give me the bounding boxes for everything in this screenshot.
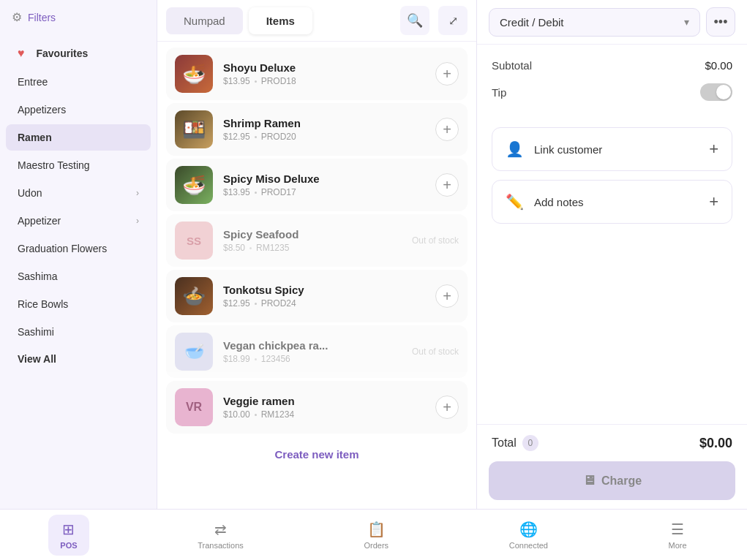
create-new-button[interactable]: Create new item — [166, 436, 468, 472]
chevron-right-icon: › — [136, 216, 139, 226]
out-of-stock-badge: Out of stock — [412, 347, 459, 357]
tip-toggle-knob — [716, 85, 731, 99]
item-vegan-chickpea[interactable]: 🥣 Vegan chickpea ra... $18.99 123456 Out… — [166, 325, 468, 378]
filter-icon: ⚙ — [12, 10, 22, 24]
sidebar-item-ramen[interactable]: Ramen — [6, 124, 151, 151]
item-spicy-seafood[interactable]: SS Spicy Seafood $8.50 RM1235 Out of sto… — [166, 214, 468, 267]
item-thumbnail: VR — [175, 388, 213, 426]
item-info: Tonkotsu Spicy $12.95 PROD24 — [223, 284, 425, 309]
item-shoyu-deluxe[interactable]: 🍜 Shoyu Deluxe $13.95 PROD18 + — [166, 48, 468, 100]
bottom-nav: ⊞ POS ⇄ Transactions 📋 Orders 🌐 Connecte… — [0, 509, 747, 560]
add-notes-card[interactable]: ✏️ Add notes + — [492, 180, 732, 224]
item-spicy-miso-deluxe[interactable]: 🍜 Spicy Miso Deluxe $13.95 PROD17 + — [166, 159, 468, 211]
total-row: Total 0 $0.00 — [477, 424, 747, 461]
item-info: Spicy Seafood $8.50 RM1235 — [223, 228, 402, 253]
payment-method-dropdown[interactable]: Credit / Debit ▾ — [489, 8, 700, 37]
numpad-tab[interactable]: Numpad — [166, 7, 243, 34]
sidebar-item-favourites[interactable]: ♥ Favourites — [6, 39, 151, 67]
order-summary: Subtotal $0.00 Tip — [477, 45, 747, 127]
tip-toggle[interactable] — [700, 83, 732, 101]
item-thumbnail: 🍜 — [175, 166, 213, 204]
items-header: Numpad Items 🔍 ⤢ — [157, 0, 476, 42]
item-info: Spicy Miso Deluxe $13.95 PROD17 — [223, 173, 425, 197]
sidebar-item-rice-bowls[interactable]: Rice Bowls — [6, 291, 151, 317]
out-of-stock-badge: Out of stock — [412, 235, 459, 246]
payment-header: Credit / Debit ▾ ••• — [477, 0, 747, 45]
nav-item-connected[interactable]: 🌐 Connected — [498, 515, 560, 556]
nav-item-transactions[interactable]: ⇄ Transactions — [186, 515, 255, 556]
charge-button[interactable]: 🖥 Charge — [489, 461, 735, 500]
item-thumbnail: 🍱 — [175, 110, 213, 148]
items-panel: Numpad Items 🔍 ⤢ 🍜 Shoyu Deluxe $13.95 P… — [157, 0, 476, 509]
chevron-right-icon: › — [136, 188, 139, 198]
item-info: Vegan chickpea ra... $18.99 123456 — [223, 339, 402, 364]
add-item-button[interactable]: + — [435, 284, 459, 308]
sidebar-item-sashima[interactable]: Sashima — [6, 263, 151, 290]
add-item-button[interactable]: + — [435, 396, 459, 419]
orders-icon: 📋 — [367, 521, 386, 538]
filters-button[interactable]: Filters — [28, 12, 56, 23]
sidebar-item-udon[interactable]: Udon › — [6, 180, 151, 206]
items-list: 🍜 Shoyu Deluxe $13.95 PROD18 + 🍱 Shrimp … — [157, 42, 476, 509]
item-tonkotsu-spicy[interactable]: 🍲 Tonkotsu Spicy $12.95 PROD24 + — [166, 270, 468, 322]
item-thumbnail: 🍲 — [175, 277, 213, 315]
link-customer-card[interactable]: 👤 Link customer + — [492, 127, 732, 171]
expand-button[interactable]: ⤢ — [438, 6, 468, 35]
add-customer-icon: + — [709, 140, 718, 159]
add-item-button[interactable]: + — [435, 118, 459, 141]
search-button[interactable]: 🔍 — [400, 6, 429, 35]
charge-icon: 🖥 — [582, 473, 596, 488]
nav-item-more[interactable]: ☰ More — [657, 515, 699, 556]
search-icon: 🔍 — [407, 12, 423, 29]
heart-icon: ♥ — [18, 47, 25, 60]
sidebar: ⚙ Filters ♥ Favourites Entree Appetizers… — [0, 0, 157, 509]
more-options-button[interactable]: ••• — [706, 7, 735, 37]
item-thumbnail: SS — [175, 222, 213, 260]
sidebar-item-entree[interactable]: Entree — [6, 69, 151, 95]
sidebar-item-maestro-testing[interactable]: Maestro Testing — [6, 152, 151, 178]
nav-item-orders[interactable]: 📋 Orders — [352, 515, 400, 556]
connected-icon: 🌐 — [519, 521, 538, 538]
item-info: Shrimp Ramen $12.95 PROD20 — [223, 117, 425, 142]
sidebar-item-graduation-flowers[interactable]: Graduation Flowers — [6, 235, 151, 262]
sidebar-item-appetizers[interactable]: Appetizers — [6, 97, 151, 123]
add-notes-icon: + — [709, 192, 718, 211]
add-item-button[interactable]: + — [435, 62, 459, 86]
right-panel: Credit / Debit ▾ ••• Subtotal $0.00 Tip … — [476, 0, 747, 509]
add-item-button[interactable]: + — [435, 173, 459, 197]
items-tab[interactable]: Items — [249, 7, 312, 34]
more-icon: ☰ — [671, 521, 684, 538]
more-dots-icon: ••• — [714, 15, 728, 30]
pos-icon: ⊞ — [62, 521, 75, 538]
subtotal-row: Subtotal $0.00 — [492, 59, 732, 72]
chevron-down-icon: ▾ — [684, 16, 689, 28]
tip-row: Tip — [492, 83, 732, 101]
item-thumbnail: 🥣 — [175, 333, 213, 371]
person-icon: 👤 — [506, 140, 524, 158]
sidebar-item-sashimi[interactable]: Sashimi — [6, 319, 151, 345]
nav-item-pos[interactable]: ⊞ POS — [48, 515, 89, 556]
item-shrimp-ramen[interactable]: 🍱 Shrimp Ramen $12.95 PROD20 + — [166, 103, 468, 156]
transactions-icon: ⇄ — [214, 521, 227, 538]
item-thumbnail: 🍜 — [175, 55, 213, 93]
item-info: Shoyu Deluxe $13.95 PROD18 — [223, 61, 425, 86]
item-info: Veggie ramen $10.00 RM1234 — [223, 395, 425, 420]
pencil-icon: ✏️ — [506, 193, 524, 211]
total-badge: 0 — [522, 435, 538, 451]
sidebar-item-appetizer[interactable]: Appetizer › — [6, 208, 151, 234]
expand-icon: ⤢ — [448, 14, 458, 28]
view-all-button[interactable]: View All — [0, 346, 157, 372]
item-veggie-ramen[interactable]: VR Veggie ramen $10.00 RM1234 + — [166, 381, 468, 434]
